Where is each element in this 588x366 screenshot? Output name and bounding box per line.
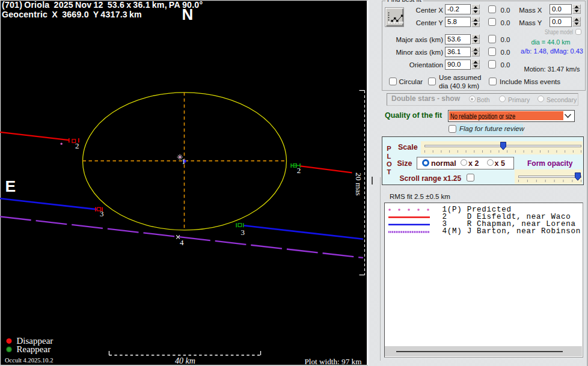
svg-text:40 km: 40 km bbox=[175, 356, 195, 365]
svg-text:4: 4 bbox=[180, 238, 184, 247]
svg-text:(701) Oriola 2025 Nov 12 53.: (701) Oriola 2025 Nov 12 53.6 x 36.1 km,… bbox=[2, 0, 203, 10]
svg-text:Occult 4.2025.10.2: Occult 4.2025.10.2 bbox=[5, 357, 54, 364]
svg-text:N: N bbox=[182, 5, 194, 23]
svg-text:Plot width: 97 km: Plot width: 97 km bbox=[305, 357, 363, 366]
svg-text:E: E bbox=[5, 177, 16, 195]
svg-text:3: 3 bbox=[241, 228, 245, 237]
svg-text:2: 2 bbox=[297, 166, 301, 175]
svg-text:Reappear: Reappear bbox=[17, 344, 51, 354]
svg-text:20 mas: 20 mas bbox=[354, 172, 363, 196]
svg-text:2: 2 bbox=[75, 141, 79, 150]
svg-text:Geocentric X 3669.0 Y 4317.: Geocentric X 3669.0 Y 4317.3 km bbox=[2, 10, 142, 19]
svg-text:1: 1 bbox=[182, 157, 185, 166]
svg-text:3: 3 bbox=[100, 209, 104, 218]
